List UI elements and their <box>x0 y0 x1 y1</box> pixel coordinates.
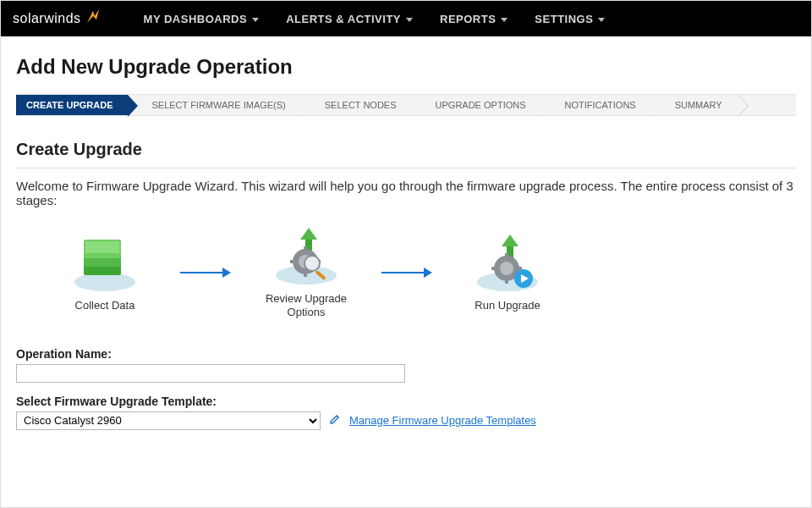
run-upgrade-icon <box>469 235 546 294</box>
stage-label: Collect Data <box>75 299 135 312</box>
step-upgrade-options[interactable]: UPGRADE OPTIONS <box>412 95 541 115</box>
page-title: Add New Upgrade Operation <box>16 55 796 79</box>
arrow-right-icon <box>381 266 432 282</box>
stage-run-upgrade: Run Upgrade <box>453 235 562 312</box>
svg-point-14 <box>304 256 320 271</box>
svg-rect-22 <box>505 279 508 284</box>
template-select[interactable]: Cisco Catalyst 2960 <box>16 411 321 430</box>
svg-rect-23 <box>491 267 497 270</box>
caret-down-icon <box>406 13 413 25</box>
svg-rect-4 <box>85 241 119 253</box>
step-select-firmware-images[interactable]: SELECT FIRMWARE IMAGE(S) <box>128 95 300 115</box>
link-text: Manage Firmware Upgrade Templates <box>349 414 536 427</box>
step-label: SELECT FIRMWARE IMAGE(S) <box>151 100 285 110</box>
nav-label: MY DASHBOARDS <box>144 13 248 25</box>
svg-rect-21 <box>505 253 508 258</box>
wizard-steps: CREATE UPGRADE SELECT FIRMWARE IMAGE(S) … <box>16 94 796 116</box>
template-label: Select Firmware Upgrade Template: <box>16 395 796 408</box>
step-label: CREATE UPGRADE <box>26 100 112 110</box>
svg-point-0 <box>74 273 135 291</box>
brand-logo[interactable]: solarwinds <box>13 8 103 30</box>
step-notifications[interactable]: NOTIFICATIONS <box>541 95 651 115</box>
operation-name-input[interactable] <box>16 364 405 383</box>
svg-rect-11 <box>304 272 307 277</box>
create-upgrade-section: Create Upgrade Welcome to Firmware Upgra… <box>16 140 796 430</box>
step-label: NOTIFICATIONS <box>565 100 636 110</box>
manage-templates-link[interactable]: Manage Firmware Upgrade Templates <box>349 414 536 427</box>
brand-name: solarwinds <box>13 11 81 26</box>
svg-rect-12 <box>290 260 295 263</box>
nav-menu: MY DASHBOARDS ALERTS & ACTIVITY REPORTS … <box>144 13 606 25</box>
operation-name-group: Operation Name: <box>16 347 796 383</box>
caret-down-icon <box>501 13 508 25</box>
section-title: Create Upgrade <box>16 140 796 159</box>
step-summary[interactable]: SUMMARY <box>651 95 738 115</box>
stage-label: Run Upgrade <box>475 299 540 312</box>
top-nav: solarwinds MY DASHBOARDS ALERTS & ACTIVI… <box>1 1 811 36</box>
caret-down-icon <box>252 13 259 25</box>
operation-name-label: Operation Name: <box>16 347 796 361</box>
stage-review-options: Review Upgrade Options <box>251 228 361 320</box>
svg-point-20 <box>500 262 513 275</box>
pencil-edit-icon <box>329 413 341 428</box>
review-options-icon <box>268 228 344 287</box>
nav-label: REPORTS <box>440 13 496 25</box>
section-intro: Welcome to Firmware Upgrade Wizard. This… <box>16 179 796 207</box>
stages-diagram: Collect Data <box>16 223 796 335</box>
arrow-right-icon <box>180 266 231 282</box>
stage-collect-data: Collect Data <box>50 235 160 312</box>
nav-my-dashboards[interactable]: MY DASHBOARDS <box>144 13 260 25</box>
caret-down-icon <box>598 13 605 25</box>
step-label: UPGRADE OPTIONS <box>436 100 526 110</box>
nav-label: SETTINGS <box>535 13 593 25</box>
step-select-nodes[interactable]: SELECT NODES <box>301 95 412 115</box>
collect-data-icon <box>67 235 143 294</box>
template-group: Select Firmware Upgrade Template: Cisco … <box>16 395 796 430</box>
nav-settings[interactable]: SETTINGS <box>535 13 605 25</box>
step-label: SUMMARY <box>675 100 722 110</box>
nav-label: ALERTS & ACTIVITY <box>286 13 401 25</box>
page-body: Add New Upgrade Operation CREATE UPGRADE… <box>1 36 811 430</box>
stage-label: Review Upgrade Options <box>251 292 361 320</box>
section-divider <box>16 168 796 168</box>
nav-alerts-activity[interactable]: ALERTS & ACTIVITY <box>286 13 413 25</box>
svg-rect-10 <box>304 246 307 251</box>
step-create-upgrade[interactable]: CREATE UPGRADE <box>16 95 128 115</box>
step-label: SELECT NODES <box>325 100 397 110</box>
nav-reports[interactable]: REPORTS <box>440 13 508 25</box>
solarwinds-flame-icon <box>85 8 103 30</box>
